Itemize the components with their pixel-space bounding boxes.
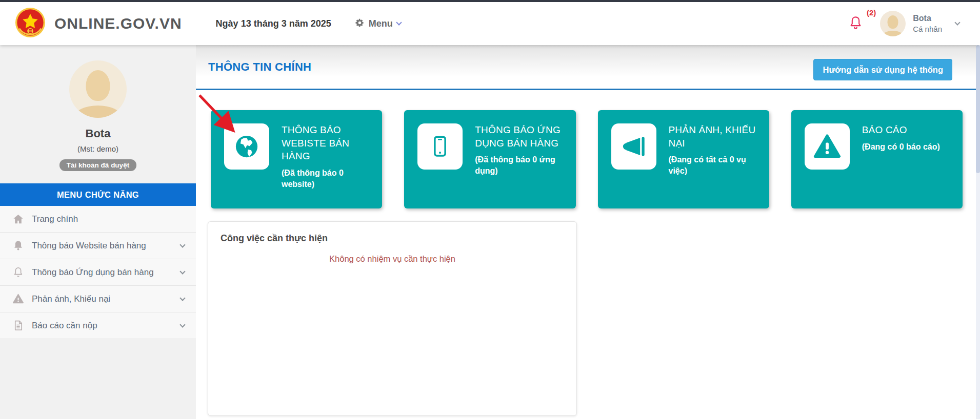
chevron-down-icon — [179, 242, 185, 247]
card-app-notification[interactable]: THÔNG BÁO ỨNG DỤNG BÁN HÀNG (Đã thông bá… — [404, 110, 575, 208]
card-subtitle: (Đang có tất cả 0 vụ việc) — [669, 154, 756, 176]
card-reports[interactable]: BÁO CÁO (Đang có 0 báo cáo) — [791, 110, 963, 208]
sidebar-item-label: Báo cáo cần nộp — [32, 321, 181, 331]
scrollbar-thumb[interactable] — [976, 45, 980, 173]
sidebar-item-thong-bao-ung-dung[interactable]: Thông báo Ứng dụng bán hàng — [0, 259, 196, 286]
chevron-down-icon — [179, 322, 185, 327]
avatar[interactable] — [880, 11, 906, 36]
sidebar-item-label: Thông báo Website bán hàng — [32, 241, 181, 251]
card-title: BÁO CÁO — [862, 123, 940, 137]
card-title: THÔNG BÁO ỨNG DỤNG BÁN HÀNG — [475, 123, 562, 150]
user-type: Cá nhân — [913, 24, 942, 34]
card-subtitle: (Đang có 0 báo cáo) — [862, 141, 940, 153]
sidebar-item-thong-bao-website[interactable]: Thông báo Website bán hàng — [0, 233, 196, 259]
sidebar-menu: Trang chính Thông báo Website bán hàng T… — [0, 206, 196, 339]
bell-icon — [849, 23, 863, 32]
tasks-panel-title: Công việc cần thực hiện — [208, 222, 576, 244]
main-content: THÔNG TIN CHÍNH Hướng dẫn sử dụng hệ thố… — [196, 45, 980, 419]
profile-name: Bota — [0, 127, 196, 140]
bell-filled-icon — [11, 240, 25, 252]
profile-avatar — [69, 60, 127, 118]
home-logo[interactable]: ONLINE.GOV.VN — [14, 7, 182, 40]
phone-icon — [417, 123, 463, 170]
card-title: THÔNG BÁO WEBISTE BÁN HÀNG — [282, 123, 369, 163]
document-icon — [11, 320, 25, 331]
tasks-panel: Công việc cần thực hiện Không có nhiệm v… — [208, 221, 577, 416]
header-divider — [196, 89, 976, 90]
vietnam-emblem-icon — [14, 7, 46, 40]
user-menu[interactable]: Bota Cá nhân — [913, 13, 942, 34]
card-website-notification[interactable]: THÔNG BÁO WEBISTE BÁN HÀNG (Đã thông báo… — [211, 110, 382, 208]
scrollbar[interactable] — [976, 45, 980, 419]
dashboard-cards: THÔNG BÁO WEBISTE BÁN HÀNG (Đã thông báo… — [211, 110, 963, 208]
bell-outline-icon — [11, 266, 25, 278]
card-subtitle: (Đã thông báo 0 website) — [282, 167, 369, 190]
warning-icon — [11, 293, 25, 305]
account-status-badge: Tài khoản đã duyệt — [59, 159, 136, 171]
chevron-down-icon — [396, 19, 402, 25]
card-subtitle: (Đã thông báo 0 ứng dụng) — [475, 154, 562, 176]
brand-title: ONLINE.GOV.VN — [54, 15, 182, 32]
menu-dropdown[interactable]: Menu — [355, 18, 401, 30]
card-complaints[interactable]: PHẢN ÁNH, KHIẾU NẠI (Đang có tất cả 0 vụ… — [598, 110, 769, 208]
notifications-button[interactable]: (2) — [849, 15, 863, 32]
menu-label: Menu — [369, 18, 393, 29]
notification-count-badge: (2) — [867, 8, 876, 17]
home-icon — [11, 213, 25, 225]
tasks-empty-message: Không có nhiệm vụ cần thực hiện — [208, 254, 576, 264]
sidebar-item-label: Phản ánh, Khiếu nại — [32, 294, 181, 304]
profile-tax-code: (Mst: demo) — [0, 144, 196, 153]
megaphone-icon — [611, 123, 656, 170]
sidebar-item-bao-cao[interactable]: Báo cáo cần nộp — [0, 312, 196, 339]
help-guide-button[interactable]: Hướng dẫn sử dụng hệ thống — [813, 59, 952, 80]
sidebar-item-trang-chinh[interactable]: Trang chính — [0, 206, 196, 233]
gear-icon — [355, 18, 365, 30]
card-title: PHẢN ÁNH, KHIẾU NẠI — [669, 123, 756, 150]
page-title: THÔNG TIN CHÍNH — [208, 60, 311, 74]
chevron-down-icon — [179, 268, 185, 274]
user-name: Bota — [913, 13, 942, 24]
sidebar-item-label: Trang chính — [32, 214, 185, 224]
globe-icon — [224, 123, 269, 170]
sidebar-item-phan-anh[interactable]: Phản ánh, Khiếu nại — [0, 286, 196, 312]
user-chevron-down-icon[interactable] — [954, 19, 960, 25]
sidebar: Bota (Mst: demo) Tài khoản đã duyệt MENU… — [0, 45, 196, 419]
chevron-down-icon — [179, 295, 185, 301]
warning-icon — [805, 123, 850, 170]
header: ONLINE.GOV.VN Ngày 13 tháng 3 năm 2025 M… — [0, 2, 980, 45]
current-date: Ngày 13 tháng 3 năm 2025 — [216, 18, 331, 29]
sidebar-item-label: Thông báo Ứng dụng bán hàng — [32, 267, 181, 278]
sidebar-menu-header: MENU CHỨC NĂNG — [0, 183, 196, 206]
